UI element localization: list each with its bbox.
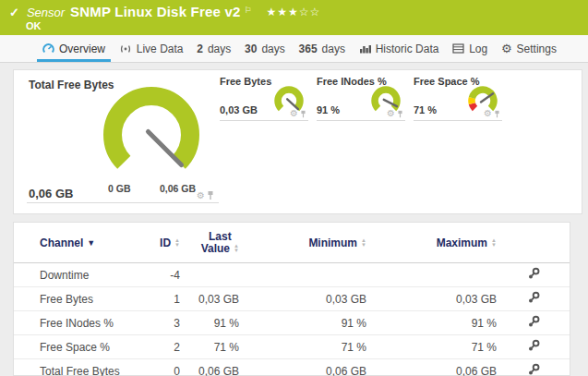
tab-historic-data-label: Historic Data [376,42,439,55]
main-gauge [91,78,211,184]
tab-settings-label: Settings [517,42,557,55]
gauge-group-free-space: Free Space % 71 % ⚙ [414,76,502,124]
edit-channel-wrench-icon[interactable] [527,291,540,304]
sort-icon: ▲▼ [491,238,497,248]
maximum-value: 71 % [472,341,497,354]
last-value: 91 % [214,317,239,330]
edit-channel-wrench-icon[interactable] [527,339,540,352]
channel-id: -4 [170,269,180,282]
tab-365-days[interactable]: 365 days [294,35,351,62]
gauge-group-free-inodes: Free INodes % 91 % ⚙ [317,76,405,124]
main-gauge-needle [148,131,181,164]
tab-365-days-label: days [322,42,345,55]
maximum-value: 91 % [472,317,497,330]
channel-table: Channel▼ ID ▲▼ Last Value ▲▼ Minimum ▲▼ … [14,223,570,376]
main-gauge-pin-icon[interactable] [207,190,214,200]
gauge-value: 0,03 GB [220,104,258,115]
channel-id: 1 [174,293,180,306]
object-kind-label: Sensor [27,6,65,19]
gauge-pin-icon[interactable] [494,110,500,118]
tab-bar: Overview Live Data 2 days 30 days 365 da… [0,35,588,63]
table-row-downtime: Downtime -4 [14,263,570,287]
gauge-group-free-bytes: Free Bytes 0,03 GB ⚙ [220,76,308,124]
column-header-maximum[interactable]: Maximum ▲▼ [437,237,497,249]
overview-gauges-panel: Total Free Bytes 0 GB 0,06 GB 0,06 GB ⚙ … [13,69,582,214]
main-gauge-scale-min: 0 GB [108,183,131,194]
divider [317,120,405,121]
edit-channel-wrench-icon[interactable] [527,315,540,328]
tab-2-days-number: 2 [197,42,203,55]
column-header-minimum[interactable]: Minimum ▲▼ [308,237,366,249]
signal-icon [119,43,132,55]
channel-name: Free Bytes [14,293,93,306]
settings-gear-icon: ⚙ [501,42,512,55]
divider [414,120,502,121]
divider [27,202,219,203]
tab-30-days-number: 30 [245,42,257,55]
channel-id: 3 [174,317,180,330]
tab-30-days[interactable]: 30 days [239,35,291,62]
tab-live-data-label: Live Data [137,42,184,55]
main-gauge-value: 0,06 GB [29,187,73,200]
minimum-value: 0,03 GB [326,293,366,306]
tab-overview-label: Overview [59,42,105,55]
main-gauge-gear-icon[interactable]: ⚙ [197,191,205,200]
tab-historic-data[interactable]: Historic Data [354,35,445,62]
edit-channel-wrench-icon[interactable] [527,363,540,376]
table-row-free-space: Free Space % 2 71 % 71 % 71 % [14,335,570,359]
channel-id: 2 [174,341,180,354]
tab-30-days-label: days [261,42,284,55]
gauge-gear-icon[interactable]: ⚙ [387,109,395,118]
tab-2-days-label: days [208,42,231,55]
stars-filled[interactable]: ★★★ [267,6,299,18]
channel-name: Downtime [14,269,89,282]
priority-stars[interactable]: ★★★☆☆ [267,6,321,18]
channel-table-panel: Channel▼ ID ▲▼ Last Value ▲▼ Minimum ▲▼ … [13,222,570,376]
last-value: 0,06 GB [198,365,239,376]
gauge-value: 91 % [317,104,340,115]
minimum-value: 0,06 GB [326,365,366,376]
edit-channel-wrench-icon[interactable] [527,267,540,280]
table-row-free-inodes: Free INodes % 3 91 % 91 % 91 % [14,311,570,335]
priority-flag-icon[interactable]: ⚐ [245,6,252,15]
sort-desc-icon: ▼ [87,238,95,248]
table-header-row: Channel▼ ID ▲▼ Last Value ▲▼ Minimum ▲▼ … [14,223,570,263]
channel-id: 0 [174,365,180,376]
minimum-value: 71 % [342,341,366,354]
divider [220,120,308,121]
column-header-last-value[interactable]: Last Value ▲▼ [201,231,239,255]
tab-log-label: Log [469,42,487,55]
log-list-icon [452,43,464,54]
tab-2-days[interactable]: 2 days [191,35,236,62]
sensor-header: ✓ Sensor SNMP Linux Disk Free v2 ⚐ ★★★☆☆… [0,0,588,35]
tab-overview[interactable]: Overview [37,35,111,62]
gauge-value: 71 % [414,104,437,115]
stars-empty[interactable]: ☆☆ [299,6,321,18]
main-gauge-scale-max: 0,06 GB [160,183,196,194]
gauge-gear-icon[interactable]: ⚙ [484,109,492,118]
channel-name: Total Free Bytes [14,365,120,376]
gauge-gear-icon[interactable]: ⚙ [290,109,298,118]
tab-settings[interactable]: ⚙ Settings [496,35,562,62]
maximum-value: 0,03 GB [456,293,497,306]
channel-name: Free INodes % [14,317,114,330]
gauge-pin-icon[interactable] [397,110,403,118]
table-row-total-free-bytes: Total Free Bytes 0 0,06 GB 0,06 GB 0,06 … [14,359,570,376]
sensor-title: SNMP Linux Disk Free v2 [70,4,240,19]
minimum-value: 91 % [342,317,366,330]
last-value: 71 % [214,341,239,354]
tab-log[interactable]: Log [447,35,493,62]
gauge-title: Free Bytes [220,76,271,87]
gauge-pin-icon[interactable] [300,110,306,118]
bar-chart-icon [359,43,371,55]
status-ok-check-icon: ✓ [9,6,19,19]
last-value: 0,03 GB [198,293,239,306]
tab-live-data[interactable]: Live Data [114,35,189,62]
column-header-channel[interactable]: Channel▼ [14,237,95,249]
gauge-icon [42,42,54,55]
column-header-id[interactable]: ID ▲▼ [160,237,180,249]
channel-name: Free Space % [14,341,110,354]
table-row-free-bytes: Free Bytes 1 0,03 GB 0,03 GB 0,03 GB [14,287,570,311]
sort-icon: ▲▼ [174,238,180,248]
sort-icon: ▲▼ [361,238,366,248]
